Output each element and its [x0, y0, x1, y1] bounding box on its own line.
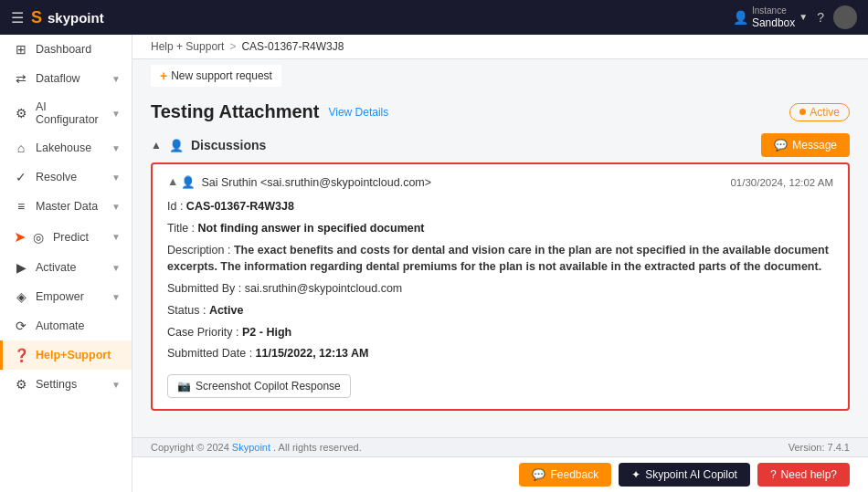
status-value: Active: [209, 304, 244, 317]
sidebar-item-label: AI Configurator: [36, 100, 104, 126]
feedback-button[interactable]: 💬 Feedback: [519, 463, 611, 487]
predict-icon: ◎: [31, 230, 46, 245]
message-button[interactable]: 💬 Message: [761, 133, 850, 157]
title-value: Not finding answer in specified document: [198, 222, 425, 235]
status-label: Status :: [167, 304, 206, 317]
instance-info: 👤 Instance Sandbox ▼: [733, 5, 808, 29]
chevron-icon: ▼: [111, 292, 121, 302]
sidebar-item-master-data[interactable]: ≡ Master Data ▼: [0, 192, 132, 221]
footer-copyright: Copyright © 2024 Skypoint . All rights r…: [151, 442, 362, 453]
view-details-link[interactable]: View Details: [328, 106, 388, 119]
help-icon[interactable]: ?: [817, 10, 824, 25]
ai-configurator-icon: ⚙: [14, 106, 28, 120]
sidebar-item-label: Resolve: [36, 171, 104, 183]
master-data-icon: ≡: [14, 199, 28, 214]
message-icon: 💬: [774, 139, 788, 152]
copilot-button[interactable]: ✦ Skypoint AI Copilot: [619, 463, 750, 487]
hamburger-icon[interactable]: ☰: [11, 9, 24, 26]
card-title-row: Title : Not finding answer in specified …: [167, 220, 833, 237]
new-support-request-button[interactable]: + New support request: [151, 65, 281, 87]
app-logo: S skypoint: [31, 8, 104, 27]
avatar[interactable]: [833, 5, 857, 29]
priority-label: Case Priority :: [167, 326, 239, 339]
footer-link[interactable]: Skypoint: [232, 442, 270, 453]
camera-icon: 📷: [177, 380, 191, 393]
chevron-icon: ▼: [111, 143, 121, 153]
sidebar-item-predict[interactable]: ➤ ◎ Predict ▼: [0, 221, 132, 253]
sidebar-item-dataflow[interactable]: ⇄ Dataflow ▼: [0, 64, 132, 93]
dashboard-icon: ⊞: [14, 42, 28, 57]
sidebar-item-label: Settings: [36, 378, 104, 391]
plus-icon: +: [160, 68, 167, 83]
id-label: Id :: [167, 200, 183, 213]
status-label: Active: [810, 106, 840, 119]
sender-icons: ▲ 👤: [167, 175, 196, 189]
feedback-label: Feedback: [550, 468, 598, 481]
chevron-icon: ▼: [111, 109, 121, 119]
sidebar-item-label: Activate: [36, 261, 104, 274]
card-submitted-by-row: Submitted By : sai.sruthin@skypointcloud…: [167, 280, 833, 298]
breadcrumb-parent[interactable]: Help + Support: [151, 40, 224, 53]
arrow-indicator: ➤: [14, 228, 26, 246]
sidebar-item-dashboard[interactable]: ⊞ Dashboard: [0, 35, 132, 64]
user-icon: 👤: [181, 175, 196, 189]
screenshot-copilot-button[interactable]: 📷 Screenshot Copilot Response: [167, 374, 351, 398]
bottom-action-bar: 💬 Feedback ✦ Skypoint AI Copilot ? Need …: [132, 456, 868, 492]
card-timestamp: 01/30/2024, 12:02 AM: [730, 177, 833, 188]
help-btn-icon: ?: [770, 468, 777, 481]
automate-icon: ⟳: [14, 319, 28, 333]
sidebar: ⊞ Dashboard ⇄ Dataflow ▼ ⚙ AI Configurat…: [0, 35, 132, 492]
sidebar-item-automate[interactable]: ⟳ Automate: [0, 311, 132, 340]
sender-name: Sai Sruthin <sai.sruthin@skypointcloud.c…: [201, 176, 431, 189]
content-area: Help + Support > CAS-01367-R4W3J8 + New …: [132, 35, 868, 492]
sidebar-item-resolve[interactable]: ✓ Resolve ▼: [0, 162, 132, 192]
sidebar-item-label: Dataflow: [36, 72, 104, 85]
desc-label: Description :: [167, 244, 230, 256]
card-date-row: Submitted Date : 11/15/2022, 12:13 AM: [167, 345, 833, 362]
card-desc-row: Description : The exact benefits and cos…: [167, 242, 833, 277]
desc-value: The exact benefits and costs for dental …: [167, 244, 829, 274]
logo-s: S: [31, 8, 42, 27]
card-sender: ▲ 👤 Sai Sruthin <sai.sruthin@skypointclo…: [167, 175, 431, 189]
breadcrumb-separator: >: [229, 40, 236, 53]
sidebar-item-settings[interactable]: ⚙ Settings ▼: [0, 370, 132, 399]
discussions-title-row: ▲ 👤 Discussions: [151, 138, 266, 152]
activate-icon: ▶: [14, 260, 28, 275]
collapse-icon[interactable]: ▲: [151, 139, 162, 152]
chevron-icon: ▼: [111, 202, 121, 212]
id-value: CAS-01367-R4W3J8: [186, 200, 294, 213]
sidebar-item-label: Dashboard: [36, 43, 121, 56]
version-text: Version: 7.4.1: [789, 442, 850, 453]
sidebar-item-label: Master Data: [36, 200, 104, 213]
chevron-down-icon[interactable]: ▼: [799, 12, 808, 22]
logo-text: skypoint: [48, 10, 104, 26]
card-priority-row: Case Priority : P2 - High: [167, 324, 833, 341]
sidebar-item-activate[interactable]: ▶ Activate ▼: [0, 253, 132, 282]
discussions-header: ▲ 👤 Discussions 💬 Message: [132, 130, 868, 162]
sidebar-item-lakehouse[interactable]: ⌂ Lakehouse ▼: [0, 133, 132, 162]
settings-icon: ⚙: [14, 377, 28, 392]
sidebar-item-ai-configurator[interactable]: ⚙ AI Configurator ▼: [0, 93, 132, 133]
sidebar-item-label: Lakehouse: [36, 141, 104, 154]
sidebar-item-help-support[interactable]: ❓ Help+Support: [0, 340, 132, 370]
sidebar-item-empower[interactable]: ◈ Empower ▼: [0, 282, 132, 311]
priority-value: P2 - High: [242, 326, 291, 339]
feedback-icon: 💬: [532, 468, 545, 481]
topbar-right: 👤 Instance Sandbox ▼ ?: [733, 5, 857, 29]
collapse-up-icon[interactable]: ▲: [167, 175, 178, 189]
sidebar-item-label: Help+Support: [36, 349, 121, 361]
card-area: ▲ 👤 Sai Sruthin <sai.sruthin@skypointclo…: [132, 162, 868, 437]
need-help-button[interactable]: ? Need help?: [757, 463, 850, 487]
sidebar-item-label: Automate: [36, 319, 121, 332]
chevron-icon: ▼: [111, 173, 121, 183]
submitted-date-value: 11/15/2022, 12:13 AM: [256, 347, 369, 360]
chevron-icon: ▼: [111, 380, 121, 390]
resolve-icon: ✓: [14, 170, 28, 184]
breadcrumb-current: CAS-01367-R4W3J8: [241, 40, 344, 53]
main-layout: ⊞ Dashboard ⇄ Dataflow ▼ ⚙ AI Configurat…: [0, 35, 868, 492]
breadcrumb-bar: Help + Support > CAS-01367-R4W3J8: [132, 35, 868, 59]
new-request-bar: + New support request: [132, 59, 868, 90]
empower-icon: ◈: [14, 289, 28, 304]
message-btn-label: Message: [792, 139, 837, 152]
submitted-date-label: Submitted Date :: [167, 347, 252, 360]
